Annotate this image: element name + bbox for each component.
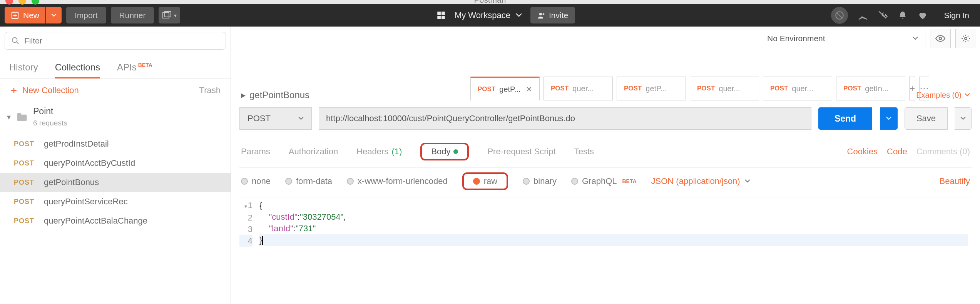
chevron-down-icon — [965, 93, 970, 97]
request-item[interactable]: POSTqueryPointAcctByCustId — [0, 154, 231, 173]
editor-code[interactable]: { "custId":"30327054", "lanId":"731" } — [256, 197, 972, 249]
svg-point-11 — [965, 37, 967, 40]
content-type-dropdown[interactable]: JSON (application/json) — [651, 176, 750, 186]
environment-quicklook-button[interactable] — [930, 29, 951, 48]
tab-authorization[interactable]: Authorization — [289, 147, 338, 157]
tab-body[interactable]: Body — [420, 143, 469, 160]
request-item[interactable]: POSTgetProdInstDetail — [0, 134, 231, 154]
close-window-icon[interactable] — [5, 0, 13, 5]
wrench-icon[interactable] — [878, 10, 888, 20]
request-name[interactable]: ▸ getPointBonus — [241, 90, 309, 100]
window-titlebar: Postman — [0, 0, 980, 4]
main-content: POSTgetP...✕ POSTquer... POSTgetP... POS… — [231, 27, 980, 304]
sidebar: History Collections APIsBETA New Collect… — [0, 27, 231, 304]
collection-count: 6 requests — [33, 119, 67, 127]
save-button[interactable]: Save — [905, 107, 948, 130]
caret-down-icon: ▾ — [7, 112, 11, 122]
request-tab[interactable]: POSTgetP...✕ — [470, 77, 540, 100]
tab-history[interactable]: History — [9, 62, 38, 78]
cookies-link[interactable]: Cookies — [847, 147, 878, 157]
satellite-icon[interactable] — [858, 10, 868, 20]
chevron-down-icon — [298, 117, 304, 120]
request-item[interactable]: POSTqueryPointAcctBalaChange — [0, 211, 231, 231]
collection-header[interactable]: ▾ Point 6 requests — [0, 102, 231, 131]
request-tab[interactable]: POSTquer... — [544, 77, 613, 100]
save-dropdown[interactable] — [955, 107, 972, 130]
tab-tests[interactable]: Tests — [574, 147, 594, 157]
request-tab[interactable]: POSTquer... — [690, 77, 759, 100]
tab-collections[interactable]: Collections — [55, 62, 100, 78]
svg-point-10 — [939, 37, 942, 40]
editor-gutter: ▾1 2 3 4 — [239, 197, 256, 249]
send-button[interactable]: Send — [818, 107, 872, 130]
trash-link[interactable]: Trash — [199, 85, 221, 95]
gear-icon — [961, 34, 970, 43]
bell-icon[interactable] — [898, 10, 907, 20]
tab-prerequest[interactable]: Pre-request Script — [487, 147, 555, 157]
environment-bar: No Environment — [231, 27, 980, 50]
new-button[interactable]: New — [5, 7, 45, 23]
runner-button[interactable]: Runner — [111, 7, 154, 23]
header-toolbar: New Import Runner ▾ My Workspace Invite … — [0, 4, 980, 27]
workspace-selector[interactable]: My Workspace — [455, 10, 522, 20]
minimize-window-icon[interactable] — [18, 0, 26, 5]
new-collection-button[interactable]: New Collection — [10, 85, 79, 95]
environment-select[interactable]: No Environment — [760, 29, 925, 48]
request-tab[interactable]: POSTquer... — [763, 77, 832, 100]
svg-rect-6 — [442, 16, 445, 19]
body-type-none[interactable]: none — [241, 176, 271, 186]
body-type-form-data[interactable]: form-data — [285, 176, 332, 186]
invite-button[interactable]: Invite — [530, 7, 575, 23]
svg-point-7 — [539, 13, 542, 15]
heart-icon[interactable] — [917, 10, 928, 20]
svg-point-9 — [12, 38, 17, 43]
close-icon[interactable]: ✕ — [526, 85, 532, 94]
comments-link[interactable]: Comments (0) — [916, 147, 970, 157]
svg-rect-4 — [442, 12, 445, 15]
new-window-button[interactable]: ▾ — [159, 7, 180, 23]
method-select[interactable]: POST — [239, 107, 312, 130]
chevron-down-icon — [745, 179, 750, 183]
plus-icon — [10, 87, 18, 94]
beautify-button[interactable]: Beautify — [940, 176, 970, 186]
sync-off-icon[interactable] — [831, 7, 848, 24]
svg-rect-5 — [437, 16, 441, 19]
text-cursor — [262, 236, 263, 245]
code-link[interactable]: Code — [887, 147, 907, 157]
import-button[interactable]: Import — [66, 7, 106, 23]
send-dropdown[interactable] — [880, 107, 898, 130]
sign-in-link[interactable]: Sign In — [938, 11, 975, 20]
plus-icon — [11, 11, 19, 20]
status-dot-icon — [453, 149, 458, 154]
collection-name: Point — [33, 106, 67, 117]
request-tab[interactable]: POSTgetP... — [617, 77, 686, 100]
invite-icon — [537, 12, 545, 19]
body-type-raw[interactable]: raw — [462, 172, 508, 190]
tab-menu-button[interactable]: ⋯ — [919, 77, 929, 100]
request-tabs-row: POSTgetP...✕ POSTquer... POSTgetP... POS… — [467, 77, 754, 100]
tab-params[interactable]: Params — [241, 147, 270, 157]
request-item[interactable]: POSTgetPointBonus — [0, 173, 231, 192]
maximize-window-icon[interactable] — [32, 0, 39, 5]
body-editor[interactable]: ▾1 2 3 4 { "custId":"30327054", "lanId":… — [239, 197, 972, 249]
filter-input-wrap[interactable] — [5, 32, 226, 50]
search-icon — [11, 37, 20, 45]
chevron-down-icon — [913, 37, 918, 40]
tab-headers[interactable]: Headers (1) — [356, 147, 402, 157]
request-list: POSTgetProdInstDetail POSTqueryPointAcct… — [0, 131, 231, 231]
filter-input[interactable] — [24, 36, 219, 45]
request-tab[interactable]: POSTgetIn... — [836, 77, 905, 100]
body-type-graphql[interactable]: GraphQLBETA — [571, 176, 637, 186]
tab-apis[interactable]: APIsBETA — [117, 62, 152, 78]
body-type-binary[interactable]: binary — [523, 176, 557, 186]
eye-icon — [935, 35, 945, 42]
url-input[interactable] — [319, 107, 811, 130]
caret-right-icon: ▸ — [241, 90, 246, 100]
workspace-grid-icon — [436, 10, 446, 20]
body-type-xwww[interactable]: x-www-form-urlencoded — [347, 176, 448, 186]
add-tab-button[interactable]: + — [909, 77, 915, 100]
new-dropdown[interactable] — [46, 7, 62, 23]
environment-settings-button[interactable] — [955, 29, 976, 48]
request-item[interactable]: POSTqueryPointServiceRec — [0, 192, 231, 211]
folder-icon — [16, 112, 28, 122]
